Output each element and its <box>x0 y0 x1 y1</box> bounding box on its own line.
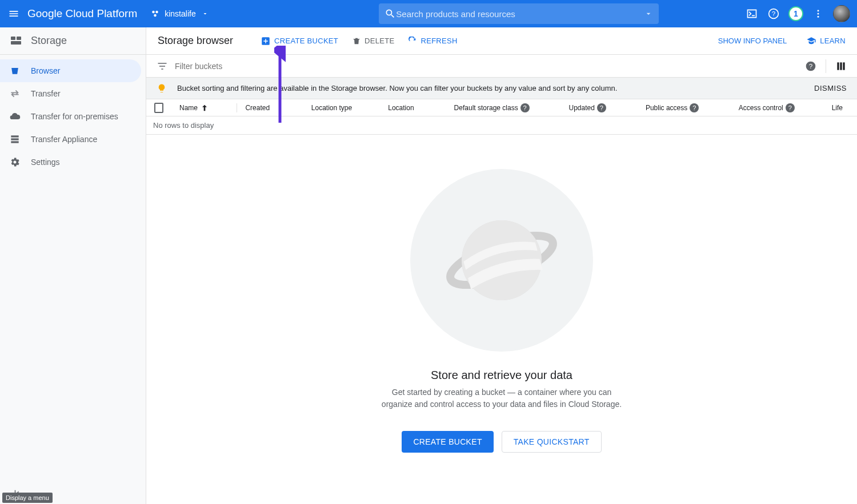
col-location[interactable]: Location <box>380 104 446 112</box>
col-public-access[interactable]: Public access? <box>638 103 731 112</box>
col-updated[interactable]: Updated? <box>560 103 637 112</box>
storage-product-icon <box>9 34 23 48</box>
plus-icon <box>261 36 271 46</box>
gear-icon <box>9 156 21 168</box>
info-banner: Bucket sorting and filtering are availab… <box>146 78 857 99</box>
show-info-panel-link[interactable]: SHOW INFO PANEL <box>718 37 787 45</box>
search-dropdown-icon[interactable] <box>644 9 653 18</box>
col-lifecycle[interactable]: Life <box>824 104 857 112</box>
main-content: Storage browser CREATE BUCKET DELETE REF… <box>146 27 857 504</box>
help-icon[interactable]: ? <box>786 103 795 112</box>
page-toolbar: Storage browser CREATE BUCKET DELETE REF… <box>146 27 857 55</box>
sidebar-title: Storage <box>31 35 67 47</box>
arrow-up-icon <box>200 103 209 112</box>
appliance-icon <box>9 134 21 145</box>
sidebar-header: Storage <box>0 27 146 55</box>
svg-point-5 <box>818 10 819 11</box>
page-title: Storage browser <box>158 35 233 47</box>
svg-text:?: ? <box>772 10 776 17</box>
empty-state-title: Store and retrieve your data <box>431 369 572 382</box>
filter-icon[interactable] <box>157 61 168 72</box>
avatar[interactable] <box>833 5 850 22</box>
svg-point-0 <box>152 11 155 14</box>
create-bucket-button[interactable]: CREATE BUCKET <box>261 36 338 46</box>
create-bucket-primary-button[interactable]: CREATE BUCKET <box>402 431 493 453</box>
svg-rect-20 <box>843 62 844 70</box>
svg-rect-11 <box>11 135 18 137</box>
more-icon[interactable] <box>811 7 825 21</box>
sidebar-item-label: Transfer <box>31 89 61 98</box>
svg-rect-13 <box>11 141 18 143</box>
sidebar-item-transfer-appliance[interactable]: Transfer Appliance <box>0 128 146 151</box>
sidebar-item-settings[interactable]: Settings <box>0 151 146 174</box>
search-container <box>213 3 745 24</box>
svg-point-1 <box>155 11 158 14</box>
sidebar-item-browser[interactable]: Browser <box>0 59 141 82</box>
menu-tooltip: Display a menu <box>2 493 53 503</box>
bucket-icon <box>9 65 21 76</box>
sidebar-item-label: Browser <box>31 66 60 75</box>
refresh-icon <box>408 37 417 46</box>
sidebar-item-transfer-onprem[interactable]: Transfer for on-premises <box>0 105 146 128</box>
search-box[interactable] <box>379 3 659 24</box>
learn-button[interactable]: LEARN <box>806 36 846 46</box>
header-actions: ? 1 <box>745 5 850 22</box>
transfer-icon <box>9 88 21 99</box>
cloud-upload-icon <box>9 111 21 122</box>
banner-text: Bucket sorting and filtering are availab… <box>177 84 617 92</box>
column-settings-icon[interactable] <box>835 61 847 72</box>
sidebar-item-label: Transfer for on-premises <box>31 112 118 121</box>
help-icon[interactable]: ? <box>597 103 606 112</box>
col-location-type[interactable]: Location type <box>303 104 380 112</box>
trash-icon <box>352 37 361 46</box>
take-quickstart-button[interactable]: TAKE QUICKSTART <box>502 431 602 453</box>
top-header: Google Cloud Platform kinstalife ? 1 <box>0 0 857 27</box>
empty-state-illustration <box>410 169 593 352</box>
help-icon[interactable]: ? <box>767 7 780 21</box>
empty-state-description: Get started by creating a bucket — a con… <box>379 386 624 410</box>
svg-rect-10 <box>11 41 21 45</box>
search-icon <box>385 8 396 19</box>
svg-rect-19 <box>840 62 842 70</box>
svg-rect-9 <box>17 37 21 40</box>
sidebar-item-label: Transfer Appliance <box>31 135 97 144</box>
cloud-shell-icon[interactable] <box>745 7 759 21</box>
svg-text:?: ? <box>809 62 813 70</box>
gcp-logo[interactable]: Google Cloud Platform <box>27 7 137 20</box>
help-icon[interactable]: ? <box>805 61 816 72</box>
sidebar-item-transfer[interactable]: Transfer <box>0 82 146 105</box>
col-name[interactable]: Name <box>171 103 237 112</box>
svg-point-7 <box>818 16 819 18</box>
svg-rect-8 <box>11 37 15 40</box>
free-trial-badge[interactable]: 1 <box>788 6 803 21</box>
delete-button[interactable]: DELETE <box>352 37 394 46</box>
sidebar: Storage Browser Transfer Transfer for on… <box>0 27 146 504</box>
project-selector[interactable]: kinstalife <box>146 6 213 21</box>
filter-input[interactable] <box>175 62 798 71</box>
col-access-control[interactable]: Access control? <box>731 103 824 112</box>
col-default-storage-class[interactable]: Default storage class? <box>446 103 561 112</box>
search-input[interactable] <box>396 9 639 19</box>
svg-rect-12 <box>11 138 18 140</box>
svg-point-6 <box>818 13 819 15</box>
learn-icon <box>806 36 816 46</box>
chevron-down-icon <box>202 10 209 17</box>
menu-icon[interactable] <box>7 7 21 21</box>
help-icon[interactable]: ? <box>690 103 699 112</box>
help-icon[interactable]: ? <box>520 103 530 112</box>
sidebar-item-label: Settings <box>31 158 60 167</box>
dismiss-button[interactable]: DISMISS <box>814 84 847 92</box>
col-created[interactable]: Created <box>237 104 303 112</box>
table-header: Name Created Location type Location Defa… <box>146 99 857 116</box>
filter-row: ? <box>146 55 857 78</box>
svg-point-2 <box>154 14 157 17</box>
svg-rect-18 <box>837 62 839 70</box>
no-rows-message: No rows to display <box>146 116 857 135</box>
lightbulb-icon <box>157 83 167 94</box>
select-all-checkbox[interactable] <box>146 103 171 113</box>
refresh-button[interactable]: REFRESH <box>408 37 457 46</box>
project-name: kinstalife <box>165 9 195 18</box>
empty-state: Store and retrieve your data Get started… <box>146 135 857 504</box>
